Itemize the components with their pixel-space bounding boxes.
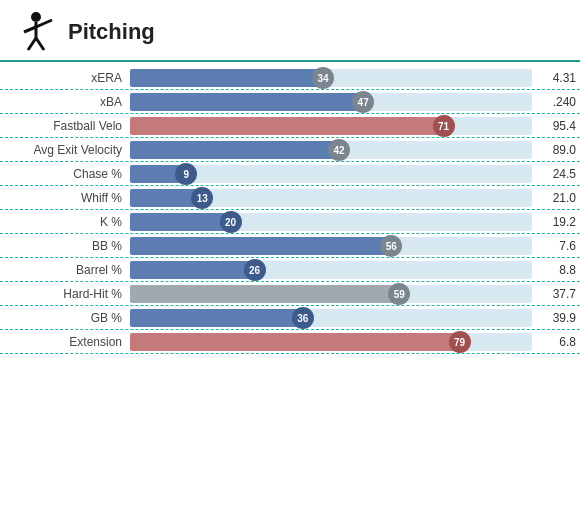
rank-badge: 71 [433, 115, 455, 137]
svg-line-3 [24, 27, 36, 32]
metric-row: Extension796.8 [0, 330, 580, 354]
bar-container: 79 [130, 333, 532, 351]
metric-value: 21.0 [538, 191, 580, 205]
metric-label: Extension [0, 335, 130, 349]
rank-badge: 36 [292, 307, 314, 329]
metric-label: Hard-Hit % [0, 287, 130, 301]
bar-container: 34 [130, 69, 532, 87]
metric-label: Whiff % [0, 191, 130, 205]
rank-badge: 47 [352, 91, 374, 113]
rank-badge: 13 [191, 187, 213, 209]
bar-fill [130, 117, 444, 135]
metric-value: 19.2 [538, 215, 580, 229]
bar-container: 42 [130, 141, 532, 159]
rank-badge: 20 [220, 211, 242, 233]
bar-fill [130, 237, 391, 255]
metric-row: Hard-Hit %5937.7 [0, 282, 580, 306]
bar-container: 20 [130, 213, 532, 231]
metric-row: xERA344.31 [0, 66, 580, 90]
bar-fill [130, 93, 363, 111]
bar-fill [130, 285, 399, 303]
metric-row: Whiff %1321.0 [0, 186, 580, 210]
bar-container: 59 [130, 285, 532, 303]
metric-value: 6.8 [538, 335, 580, 349]
bar-fill [130, 141, 339, 159]
metric-value: 4.31 [538, 71, 580, 85]
svg-line-5 [36, 38, 44, 50]
metric-value: 37.7 [538, 287, 580, 301]
bar-container: 26 [130, 261, 532, 279]
svg-point-0 [31, 12, 41, 22]
rank-badge: 59 [388, 283, 410, 305]
metric-row: xBA47.240 [0, 90, 580, 114]
page-title: Pitching [68, 19, 155, 45]
metric-value: 39.9 [538, 311, 580, 325]
svg-line-4 [28, 38, 36, 50]
bar-container: 36 [130, 309, 532, 327]
bar-fill [130, 333, 460, 351]
metric-label: Barrel % [0, 263, 130, 277]
metric-value: 7.6 [538, 239, 580, 253]
bar-fill [130, 213, 231, 231]
bar-fill [130, 309, 303, 327]
metric-row: GB %3639.9 [0, 306, 580, 330]
bar-container: 13 [130, 189, 532, 207]
metric-row: Chase %924.5 [0, 162, 580, 186]
rank-badge: 26 [244, 259, 266, 281]
metric-row: K %2019.2 [0, 210, 580, 234]
metric-label: xBA [0, 95, 130, 109]
metric-value: 95.4 [538, 119, 580, 133]
bar-container: 9 [130, 165, 532, 183]
metrics-table: xERA344.31xBA47.240Fastball Velo7195.4Av… [0, 62, 580, 358]
rank-badge: 34 [312, 67, 334, 89]
rank-badge: 9 [175, 163, 197, 185]
metric-label: GB % [0, 311, 130, 325]
metric-row: BB %567.6 [0, 234, 580, 258]
metric-label: Fastball Velo [0, 119, 130, 133]
metric-value: 89.0 [538, 143, 580, 157]
metric-row: Avg Exit Velocity4289.0 [0, 138, 580, 162]
metric-row: Fastball Velo7195.4 [0, 114, 580, 138]
bar-container: 56 [130, 237, 532, 255]
metric-value: 24.5 [538, 167, 580, 181]
bar-fill [130, 69, 323, 87]
bar-container: 71 [130, 117, 532, 135]
header: Pitching [0, 0, 580, 62]
rank-badge: 79 [449, 331, 471, 353]
metric-label: Avg Exit Velocity [0, 143, 130, 157]
metric-value: 8.8 [538, 263, 580, 277]
pitcher-icon [14, 10, 58, 54]
metric-label: BB % [0, 239, 130, 253]
metric-row: Barrel %268.8 [0, 258, 580, 282]
rank-badge: 42 [328, 139, 350, 161]
metric-label: xERA [0, 71, 130, 85]
bar-fill [130, 261, 255, 279]
rank-badge: 56 [380, 235, 402, 257]
metric-label: K % [0, 215, 130, 229]
metric-label: Chase % [0, 167, 130, 181]
metric-value: .240 [538, 95, 580, 109]
bar-container: 47 [130, 93, 532, 111]
